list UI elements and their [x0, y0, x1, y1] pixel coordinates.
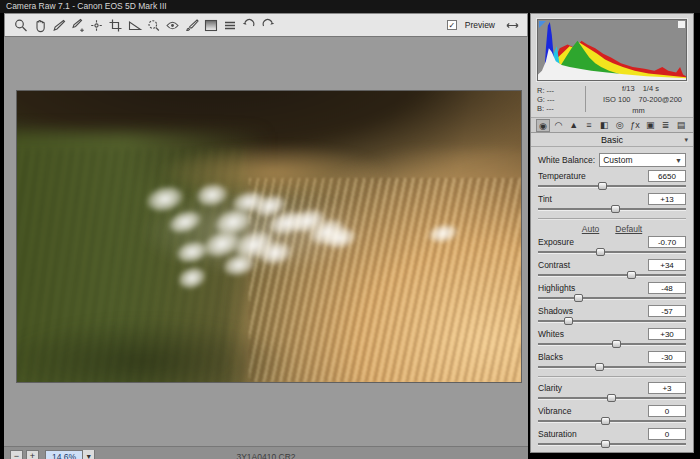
vibrance-value[interactable]: 0 — [648, 405, 686, 417]
clarity-value[interactable]: +3 — [648, 382, 686, 394]
exposure-info: f/131/4 s ISO 10070-200@200 mm — [594, 83, 687, 116]
auto-link[interactable]: Auto — [582, 224, 600, 234]
slider-thumb[interactable] — [574, 294, 583, 302]
histogram-chart — [538, 20, 686, 80]
tab-snapshots[interactable]: ▤ — [674, 119, 688, 132]
tab-hsl-grayscale[interactable]: ≡ — [582, 119, 596, 132]
slider-track[interactable] — [538, 394, 686, 403]
slider-track[interactable] — [538, 317, 686, 326]
saturation-value[interactable]: 0 — [648, 428, 686, 440]
adjustment-brush-tool-icon[interactable] — [182, 17, 201, 33]
white-balance-label: White Balance: — [538, 155, 595, 165]
contrast-value[interactable]: +34 — [648, 259, 686, 271]
slider-saturation: Saturation 0 — [538, 427, 686, 450]
white-balance-row: White Balance: Custom ▼ — [538, 151, 686, 169]
basic-controls: White Balance: Custom ▼ Temperature 6650… — [531, 147, 693, 450]
slider-thumb[interactable] — [598, 182, 607, 190]
slider-thumb[interactable] — [596, 248, 605, 256]
highlights-value[interactable]: -48 — [648, 282, 686, 294]
white-balance-tool-icon[interactable] — [49, 17, 68, 33]
shutter-value: 1/4 s — [643, 84, 659, 93]
slider-thumb[interactable] — [612, 340, 621, 348]
slider-track[interactable] — [538, 182, 686, 191]
hand-tool-icon[interactable] — [30, 17, 49, 33]
red-eye-tool-icon[interactable] — [163, 17, 182, 33]
slider-track[interactable] — [538, 417, 686, 426]
auto-default-row: Auto Default — [538, 223, 686, 235]
toggle-fullscreen-icon[interactable] — [503, 18, 521, 32]
slider-thumb[interactable] — [564, 317, 573, 325]
section-title: Basic — [601, 135, 623, 145]
slider-blacks: Blacks -30 — [538, 350, 686, 373]
slider-track[interactable] — [538, 248, 686, 257]
slider-exposure: Exposure -0.70 — [538, 235, 686, 258]
white-balance-value: Custom — [603, 155, 632, 165]
tab-detail[interactable]: ▲ — [567, 119, 581, 132]
slider-contrast: Contrast +34 — [538, 258, 686, 281]
straighten-tool-icon[interactable] — [125, 17, 144, 33]
slider-whites: Whites +30 — [538, 327, 686, 350]
slider-thumb[interactable] — [627, 271, 636, 279]
histogram — [537, 19, 687, 81]
slider-thumb[interactable] — [611, 205, 620, 213]
camera-raw-window: Camera Raw 7.1 - Canon EOS 5D Mark III — [0, 0, 700, 459]
chevron-down-icon: ▼ — [675, 157, 682, 164]
spot-removal-tool-icon[interactable] — [144, 17, 163, 33]
adjustments-panel: R: --- G: --- B: --- f/131/4 s ISO 10070… — [530, 13, 694, 453]
slider-track[interactable] — [538, 440, 686, 449]
whites-value[interactable]: +30 — [648, 328, 686, 340]
image-canvas[interactable] — [4, 37, 528, 446]
aperture-value: f/13 — [622, 84, 635, 93]
iso-value: ISO 100 — [603, 95, 631, 104]
slider-thumb[interactable] — [607, 394, 616, 402]
blacks-value[interactable]: -30 — [648, 351, 686, 363]
tab-camera-calibration[interactable]: ▣ — [643, 119, 657, 132]
tab-split-toning[interactable]: ◧ — [597, 119, 611, 132]
title-bar: Camera Raw 7.1 - Canon EOS 5D Mark III — [0, 0, 700, 13]
rotate-left-icon[interactable] — [239, 17, 258, 33]
default-link[interactable]: Default — [615, 224, 642, 234]
slider-thumb[interactable] — [595, 363, 604, 371]
color-sampler-tool-icon[interactable] — [68, 17, 87, 33]
targeted-adjustment-tool-icon[interactable] — [87, 17, 106, 33]
toolbar: Preview — [4, 13, 528, 37]
panel-menu-icon[interactable]: ▾ — [684, 133, 688, 147]
preferences-icon[interactable] — [220, 17, 239, 33]
tab-lens-corrections[interactable]: ◎ — [613, 119, 627, 132]
canvas-footer: 3Y1A0410.CR2 − + 14.6% ▼ — [4, 446, 528, 459]
photo-dark-bottom — [16, 318, 294, 383]
preview-label: Preview — [465, 20, 495, 30]
slider-track[interactable] — [538, 205, 686, 214]
left-pane: Preview — [4, 13, 528, 453]
slider-temperature: Temperature 6650 — [538, 169, 686, 192]
slider-track[interactable] — [538, 340, 686, 349]
filename: 3Y1A0410.CR2 — [4, 452, 528, 459]
rgb-readout: R: --- G: --- B: --- — [537, 86, 585, 113]
preview-checkbox[interactable] — [447, 20, 457, 30]
slider-highlights: Highlights -48 — [538, 281, 686, 304]
photo[interactable] — [16, 90, 522, 383]
white-balance-select[interactable]: Custom ▼ — [599, 153, 686, 167]
tab-tone-curve[interactable]: ◠ — [551, 119, 565, 132]
slider-thumb[interactable] — [601, 440, 610, 448]
slider-shadows: Shadows -57 — [538, 304, 686, 327]
tint-value[interactable]: +13 — [648, 193, 686, 205]
slider-track[interactable] — [538, 294, 686, 303]
crop-tool-icon[interactable] — [106, 17, 125, 33]
slider-clarity: Clarity +3 — [538, 381, 686, 404]
tab-effects[interactable]: ƒx — [628, 119, 642, 132]
rotate-right-icon[interactable] — [258, 17, 277, 33]
slider-track[interactable] — [538, 271, 686, 280]
tab-basic[interactable]: ◉ — [536, 119, 550, 132]
temperature-value[interactable]: 6650 — [648, 170, 686, 182]
lens-value: 70-200@200 mm — [632, 95, 682, 115]
shadows-value[interactable]: -57 — [648, 305, 686, 317]
exif-info: R: --- G: --- B: --- f/131/4 s ISO 10070… — [537, 84, 687, 114]
zoom-tool-icon[interactable] — [11, 17, 30, 33]
slider-track[interactable] — [538, 363, 686, 372]
window-title: Camera Raw 7.1 - Canon EOS 5D Mark III — [6, 1, 167, 11]
graduated-filter-tool-icon[interactable] — [201, 17, 220, 33]
exposure-value[interactable]: -0.70 — [648, 236, 686, 248]
tab-presets[interactable]: ≣ — [659, 119, 673, 132]
slider-thumb[interactable] — [601, 417, 610, 425]
